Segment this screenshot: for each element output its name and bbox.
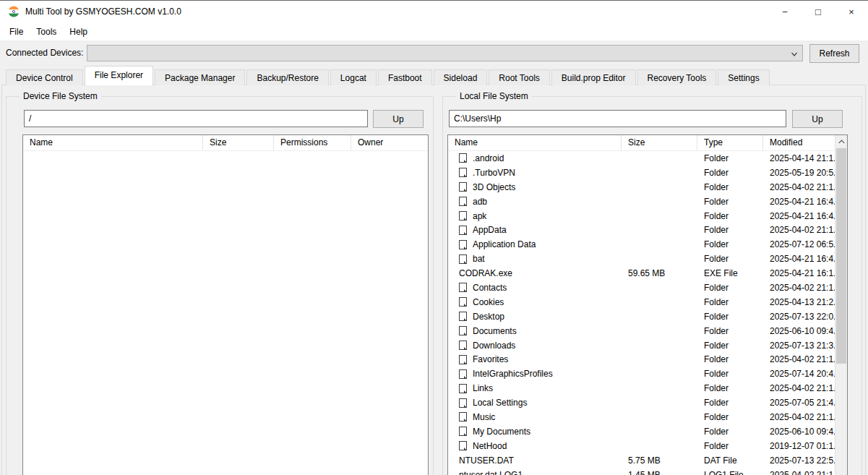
table-row[interactable]: My DocumentsFolder2025-06-10 09:4. <box>448 424 847 439</box>
device-up-button[interactable]: Up <box>373 110 424 128</box>
device-path-input[interactable]: / <box>24 110 368 127</box>
local-panel-title: Local File System <box>456 91 532 101</box>
tab-sideload[interactable]: Sideload <box>434 69 488 85</box>
table-row[interactable]: 3D ObjectsFolder2025-04-02 21:1. <box>448 180 847 194</box>
file-type-cell: DAT File <box>697 455 763 466</box>
column-header-permissions[interactable]: Permissions <box>274 135 351 151</box>
table-row[interactable]: ContactsFolder2025-04-02 21:1. <box>448 281 847 295</box>
folder-icon <box>459 168 467 177</box>
file-type-cell: Folder <box>697 197 763 207</box>
close-button[interactable]: × <box>835 1 868 22</box>
file-name: .TurboVPN <box>473 168 515 178</box>
table-row[interactable]: DownloadsFolder2025-07-13 21:3. <box>448 338 847 353</box>
table-row[interactable]: NetHoodFolder2019-12-07 01:1. <box>448 439 847 453</box>
tab-file-explorer[interactable]: File Explorer <box>85 66 153 85</box>
tab-package-manager[interactable]: Package Manager <box>155 69 245 85</box>
file-size-cell: 1.45 MB <box>622 470 697 475</box>
menu-item-tools[interactable]: Tools <box>30 25 63 39</box>
column-header-name[interactable]: Name <box>23 135 203 151</box>
file-name-cell: ntuser.dat.LOG1 <box>448 470 622 475</box>
table-row[interactable]: Application DataFolder2025-07-12 06:5. <box>448 237 847 252</box>
table-row[interactable]: ntuser.dat.LOG11.45 MBLOG1 File2025-04-0… <box>448 468 847 475</box>
local-up-button[interactable]: Up <box>792 110 843 128</box>
table-row[interactable]: DocumentsFolder2025-06-10 09:4. <box>448 324 847 338</box>
column-header-size[interactable]: Size <box>622 135 697 151</box>
tab-logcat[interactable]: Logcat <box>330 69 377 85</box>
tab-root-tools[interactable]: Root Tools <box>489 69 549 85</box>
folder-icon <box>459 226 467 235</box>
table-row[interactable]: LinksFolder2025-04-02 21:1. <box>448 381 847 395</box>
file-name-cell: Local Settings <box>448 398 622 408</box>
tab-build-prop-editor[interactable]: Build.prop Editor <box>551 69 636 85</box>
folder-icon <box>459 441 467 450</box>
folder-icon <box>459 312 467 321</box>
file-name: NTUSER.DAT <box>459 455 514 466</box>
file-type-cell: Folder <box>697 153 763 163</box>
menu-item-file[interactable]: File <box>3 25 30 39</box>
file-type-cell: Folder <box>697 412 763 422</box>
tab-fastboot[interactable]: Fastboot <box>378 69 432 85</box>
table-row[interactable]: DesktopFolder2025-07-13 22:0. <box>448 309 847 324</box>
table-row[interactable]: NTUSER.DAT5.75 MBDAT File2025-07-13 22:5… <box>448 453 847 468</box>
table-row[interactable]: adbFolder2025-04-21 16:4. <box>448 194 847 209</box>
folder-icon <box>459 412 467 421</box>
file-type-cell: Folder <box>697 398 763 408</box>
local-file-system-panel: Local File System C:\Users\Hp Up NameSiz… <box>442 96 862 475</box>
scroll-up-button[interactable] <box>835 135 847 147</box>
file-name: apk <box>473 211 486 221</box>
file-name-cell: Contacts <box>448 283 622 293</box>
column-header-size[interactable]: Size <box>203 135 274 151</box>
file-name: Downloads <box>473 341 515 351</box>
file-name: Contacts <box>473 283 507 293</box>
local-path-input[interactable]: C:\Users\Hp <box>449 110 786 127</box>
table-row[interactable]: IntelGraphicsProfilesFolder2025-07-14 20… <box>448 367 847 381</box>
menu-item-help[interactable]: Help <box>63 25 94 39</box>
device-panel-title: Device File System <box>20 91 101 101</box>
local-file-table[interactable]: NameSizeTypeModified .androidFolder2025-… <box>447 134 848 475</box>
table-row[interactable]: FavoritesFolder2025-04-02 21:1. <box>448 352 847 367</box>
file-type-cell: Folder <box>697 341 763 351</box>
file-type-cell: Folder <box>697 182 763 192</box>
file-name-cell: Application Data <box>448 239 622 249</box>
table-row[interactable]: CODRAK.exe59.65 MBEXE File2025-04-21 16:… <box>448 266 847 281</box>
local-file-table-scrollbar[interactable] <box>835 135 847 475</box>
column-header-modified[interactable]: Modified <box>763 135 835 151</box>
table-row[interactable]: apkFolder2025-04-21 16:4. <box>448 209 847 223</box>
minimize-button[interactable]: − <box>768 1 802 22</box>
table-row[interactable]: CookiesFolder2025-04-13 21:2. <box>448 295 847 309</box>
file-type-cell: EXE File <box>697 268 763 278</box>
folder-icon <box>459 297 467 307</box>
column-header-name[interactable]: Name <box>448 135 622 151</box>
file-name: ntuser.dat.LOG1 <box>459 470 523 475</box>
folder-icon <box>459 427 467 436</box>
refresh-button[interactable]: Refresh <box>809 44 859 63</box>
chevron-down-icon <box>791 51 798 58</box>
window-title: Multi Tool by GSMYOGESH.COM v1.0.0 <box>25 7 181 17</box>
folder-icon <box>459 355 467 364</box>
file-name-cell: My Documents <box>448 427 622 437</box>
column-header-owner[interactable]: Owner <box>351 135 428 151</box>
file-name-cell: adb <box>448 197 622 207</box>
device-file-table[interactable]: NameSizePermissionsOwner <box>22 134 429 475</box>
table-row[interactable]: AppDataFolder2025-04-02 21:1. <box>448 223 847 237</box>
tab-device-control[interactable]: Device Control <box>6 69 83 85</box>
file-type-cell: Folder <box>697 369 763 379</box>
table-row[interactable]: Local SettingsFolder2025-07-05 21:4. <box>448 395 847 410</box>
table-row[interactable]: batFolder2025-04-21 16:4. <box>448 252 847 266</box>
table-row[interactable]: MusicFolder2025-04-02 21:1. <box>448 410 847 424</box>
folder-icon <box>459 197 467 206</box>
connected-devices-label: Connected Devices: <box>6 48 83 58</box>
maximize-button[interactable]: □ <box>802 1 835 22</box>
tab-recovery-tools[interactable]: Recovery Tools <box>637 69 717 85</box>
tab-settings[interactable]: Settings <box>718 69 769 85</box>
file-name: Favorites <box>473 354 508 364</box>
file-type-cell: Folder <box>697 283 763 293</box>
table-row[interactable]: .androidFolder2025-04-14 21:1. <box>448 151 847 166</box>
folder-icon <box>459 326 467 335</box>
file-name-cell: bat <box>448 254 622 264</box>
table-row[interactable]: .TurboVPNFolder2025-05-19 20:5. <box>448 166 847 180</box>
column-header-type[interactable]: Type <box>697 135 763 151</box>
connected-devices-dropdown[interactable] <box>87 45 803 61</box>
scrollbar-thumb[interactable] <box>836 148 846 364</box>
tab-backup-restore[interactable]: Backup/Restore <box>246 69 328 85</box>
